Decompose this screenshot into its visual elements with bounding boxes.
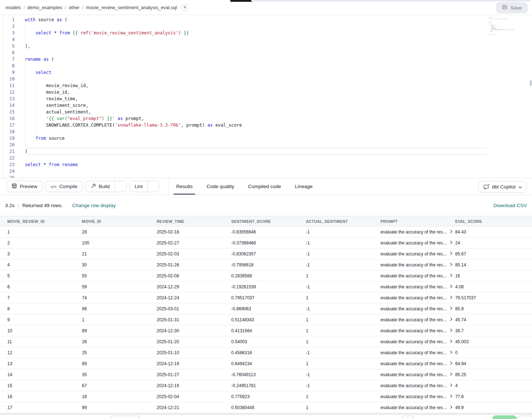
table-cell: 45.003 [453,339,527,344]
prompt-preview-text: evaluate the accuracy of the res… [380,350,447,355]
expand-chevron-icon[interactable] [450,306,453,311]
save-icon [502,4,507,11]
table-cell: 16 [79,394,154,399]
compile-label: Compile [59,184,78,189]
table-cell: -1 [303,229,378,235]
tab-compiled-code[interactable]: Compiled code [241,178,288,195]
table-row: 7742024-12-240.795170371evaluate the acc… [0,292,532,303]
expand-chevron-icon[interactable] [450,361,453,366]
rows-returned: Returned 49 rows. [22,203,63,208]
expand-chevron-icon[interactable] [450,240,453,246]
prompt-preview-text: evaluate the accuracy of the res… [380,240,447,246]
tab-results[interactable]: Results [169,178,200,195]
breadcrumb-item[interactable]: demo_examples [27,5,62,10]
line-number: 22 [0,155,15,161]
sql-editor[interactable]: 1with source as (23 select * from {{ ref… [0,15,532,178]
indent-guide [36,122,36,128]
expand-chevron-icon[interactable] [450,229,453,235]
indent-guide [25,142,25,148]
tab-lineage[interactable]: Lineage [288,178,319,195]
prompt-preview-text: evaluate the accuracy of the res… [380,339,447,344]
expand-chevron-icon[interactable] [450,262,453,268]
expand-chevron-icon[interactable] [450,273,453,278]
table-cell: 12 [5,350,79,355]
expand-chevron-icon[interactable] [450,405,453,410]
dbt-copilot-button[interactable]: ✦ dbt Copilot [478,181,527,192]
expand-chevron-icon[interactable] [450,350,453,355]
table-cell: 67 [79,383,154,388]
prompt-cell: evaluate the accuracy of the res… [378,273,453,278]
line-number: 12 [0,89,15,96]
table-row: 5552025-02-080.28395881evaluate the accu… [0,270,532,281]
prompt-cell: evaluate the accuracy of the res… [378,372,453,377]
table-cell: 1 [303,394,378,399]
download-csv-link[interactable]: Download CSV [493,203,527,208]
table-cell: 85.67 [453,251,527,257]
change-row-display-link[interactable]: Change row display [72,203,116,208]
lint-dropdown-caret[interactable] [147,181,159,192]
table-cell: 2025-02-18 [154,229,229,235]
line-number: 23 [0,161,15,168]
table-row: 14352025-01-27-0.76049113-1evaluate the … [0,369,532,380]
expand-chevron-icon[interactable] [450,251,453,257]
code-line: 15 actual_sentiment, [0,109,532,115]
breadcrumb-separator: / [82,5,83,10]
code-line: 19 from source [0,135,532,142]
table-cell: 2025-02-08 [154,273,229,278]
expand-chevron-icon[interactable] [450,295,453,300]
preview-button[interactable]: Preview [7,181,42,192]
expand-chevron-icon[interactable] [450,339,453,344]
expand-chevron-icon[interactable] [450,383,453,388]
table-cell: -0.7958618 [229,262,304,268]
table-cell: 5 [5,273,79,278]
prompt-preview-text: evaluate the accuracy of the res… [380,262,447,268]
table-cell: 74 [79,295,154,300]
code-lines: 1with source as (23 select * from {{ ref… [0,16,532,178]
build-button[interactable]: Build [86,181,115,192]
indent-guide [25,128,25,135]
table-cell: 96 [79,306,154,311]
line-number: 5 [0,43,15,49]
table-cell: -1 [303,372,378,377]
breadcrumb-item[interactable]: models [5,5,21,10]
table-cell: 2024-12-19 [154,361,229,366]
expand-chevron-icon[interactable] [450,328,453,333]
table-cell: 1 [303,317,378,322]
table-cell: 64.94 [453,361,527,366]
editor-minimap[interactable]: with source as ( select * from {{ ref('m… [488,17,530,64]
expand-chevron-icon[interactable] [450,284,453,289]
compile-button[interactable]: </> Compile [45,181,83,192]
code-line: 9 select [0,69,532,76]
indent-guide [36,102,36,109]
table-row: 3212025-02-03-0.83062357-1evaluate the a… [0,248,532,259]
tab-code-quality[interactable]: Code quality [200,178,241,195]
expand-chevron-icon[interactable] [450,394,453,399]
expand-chevron-icon[interactable] [450,372,453,377]
table-cell: 10 [5,328,79,333]
lint-button[interactable]: Lint [130,181,148,192]
table-cell: 4 [5,262,79,268]
prompt-cell: evaluate the accuracy of the res… [378,328,453,333]
breadcrumb-item[interactable]: other [69,5,80,10]
line-number: 20 [0,142,15,148]
expand-chevron-icon[interactable] [450,317,453,322]
code-line: 3 select * from {{ ref('movie_review_sen… [0,30,532,36]
table-cell: 1 [303,273,378,278]
build-button-group: Build [86,181,127,192]
pencil-circle-icon[interactable]: ✎ [181,3,189,11]
prompt-cell: evaluate the accuracy of the res… [378,229,453,235]
code-line: 25 [0,175,532,178]
table-cell: -0.869063 [229,306,304,311]
save-button[interactable]: Save [496,2,528,13]
table-row: 10892024-12-300.41315641evaluate the acc… [0,325,532,336]
table-cell: 1 [5,229,79,235]
bottom-cutoff-bar [0,413,532,419]
table-cell: 2024-12-29 [154,284,229,289]
indent-guide [36,128,36,135]
build-dropdown-caret[interactable] [115,181,126,192]
prompt-cell: evaluate the accuracy of the res… [378,251,453,257]
editor-scrollbar-thumb[interactable] [530,80,532,86]
table-cell: 25 [79,350,154,355]
code-line: 6 [0,49,532,56]
table-row: 15672024-12-19-0.24951781-1evaluate the … [0,380,532,391]
